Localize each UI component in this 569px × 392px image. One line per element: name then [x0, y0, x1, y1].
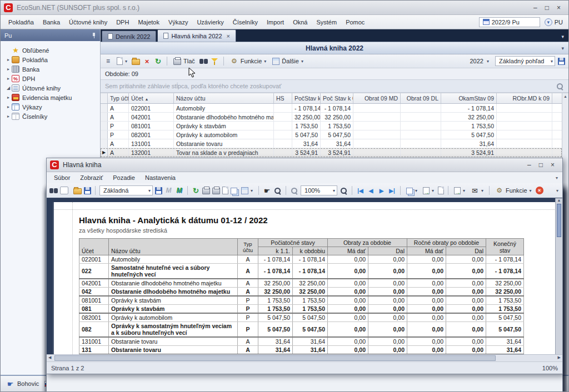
- report-quick-print-icon[interactable]: [212, 188, 220, 194]
- report-view-save-icon[interactable]: [155, 187, 162, 194]
- menu-item-v-kazy[interactable]: Výkazy: [164, 17, 192, 27]
- report-menu-pozadie[interactable]: Pozadie: [108, 173, 140, 182]
- column-header-hs[interactable]: HS: [274, 93, 292, 103]
- report-close-circle-icon[interactable]: ×: [536, 187, 543, 194]
- column-header-po-stav-k-09[interactable]: Poč Stav k 09: [321, 93, 353, 103]
- report-menu-nastavenia[interactable]: Nastavenia: [140, 173, 181, 182]
- sidebar-item-v-kazy[interactable]: ▸Výkazy: [1, 102, 100, 112]
- report-minimize-button[interactable]: –: [527, 161, 531, 169]
- column-header-et[interactable]: Účet ▲: [129, 93, 174, 103]
- sidebar-item-poklad-a[interactable]: ▸Pokladňa: [1, 55, 100, 64]
- menu-item-syst-m[interactable]: Systém: [312, 17, 341, 27]
- delete-icon[interactable]: ×: [143, 57, 151, 66]
- menu-item-pomoc[interactable]: Pomoc: [341, 17, 369, 27]
- next-page-icon[interactable]: ▶: [377, 187, 386, 195]
- group-by-panel[interactable]: Sem pritiahnite záhlavie stĺpca, podľa k…: [101, 79, 568, 93]
- first-page-icon[interactable]: |◀: [356, 187, 365, 195]
- watermark-off-icon[interactable]: M: [164, 187, 173, 195]
- menu-item-import[interactable]: Import: [262, 17, 288, 27]
- period-selector[interactable]: 2022/9 Pu: [479, 17, 540, 27]
- open-folder-icon[interactable]: [132, 59, 140, 65]
- column-header-n-zov-tu[interactable]: Názov účtu: [174, 93, 274, 103]
- sidebar-item-evidencia-majetku[interactable]: ▸Evidencia majetku: [1, 93, 100, 102]
- pin-icon[interactable]: [92, 33, 96, 38]
- report-open-icon[interactable]: [73, 188, 82, 194]
- menu-item-majetok[interactable]: Majetok: [133, 17, 164, 27]
- report-view-select[interactable]: Základná▾: [99, 185, 153, 195]
- column-header-robr-md-k-09[interactable]: RObr.MD k 09: [497, 93, 552, 103]
- multi-page-button[interactable]: ▾: [405, 186, 419, 195]
- menu-item-poklad-a[interactable]: Pokladňa: [4, 17, 38, 27]
- sidebar-item-dph[interactable]: ▸%DPH: [1, 74, 100, 83]
- export-button[interactable]: ▾: [421, 187, 436, 195]
- print-button[interactable]: Tlač: [172, 57, 197, 66]
- report-print-icon[interactable]: [202, 188, 210, 194]
- report-toolbar-overflow-icon[interactable]: ▾: [556, 188, 560, 193]
- new-record-button[interactable]: ▾: [115, 57, 129, 66]
- toolbar-menu-icon[interactable]: ≡: [104, 57, 112, 66]
- edit-page-icon[interactable]: [60, 187, 68, 194]
- user-menu[interactable]: ▾ PU: [545, 18, 563, 26]
- menu-item-seln-ky[interactable]: Číselníky: [228, 17, 262, 27]
- magnifier-icon[interactable]: [273, 187, 282, 195]
- export-file-button[interactable]: ▾: [452, 187, 467, 195]
- table-row[interactable]: P082001Oprávky k automobilom5 047,505 04…: [101, 130, 562, 139]
- grid-search-icon[interactable]: [556, 82, 564, 91]
- column-header-typ-tu[interactable]: Typ účtu: [108, 93, 129, 103]
- menu-item-okn[interactable]: Okná: [288, 17, 312, 27]
- save-view-icon[interactable]: [558, 58, 565, 65]
- report-menu-zobrazi[interactable]: Zobraziť: [75, 173, 108, 182]
- sidebar-item-seln-ky[interactable]: ▸Číselníky: [1, 112, 100, 121]
- scroll-right-icon[interactable]: ▶: [558, 355, 561, 360]
- hand-tool-icon[interactable]: ☛: [263, 187, 271, 195]
- report-menu-s-bor[interactable]: Súbor: [49, 173, 75, 182]
- previous-page-icon[interactable]: ◀: [367, 187, 375, 195]
- report-close-button[interactable]: ×: [551, 161, 555, 169]
- column-header-po-stav-k[interactable]: PočStav k..: [292, 93, 321, 103]
- tab-close-icon[interactable]: ×: [227, 33, 230, 39]
- sidebar-item-ob-ben[interactable]: ★Obľúbené: [1, 46, 100, 55]
- dalsie-button[interactable]: Ďalšie▾: [271, 57, 305, 66]
- funkcie-button[interactable]: ⚙ Funkcie▾: [228, 57, 268, 66]
- table-row[interactable]: A131001Obstaranie tovaru31,6431,6431,64: [101, 139, 562, 148]
- menu-item-dph[interactable]: DPH: [112, 17, 133, 27]
- report-menubar-overflow-icon[interactable]: ▾: [556, 175, 560, 180]
- refresh-icon[interactable]: ↻: [154, 57, 162, 66]
- table-row[interactable]: P081001Oprávky k stavbám1 753,501 753,50…: [101, 122, 562, 130]
- preview-horizontal-scrollbar[interactable]: ◀ ▶: [47, 354, 562, 361]
- tab-hlavn-kniha-2022[interactable]: Hlavná kniha 2022×: [157, 29, 236, 42]
- document-icon[interactable]: [438, 187, 444, 194]
- last-page-icon[interactable]: ▶|: [388, 187, 396, 195]
- zoom-in-icon[interactable]: [340, 187, 348, 195]
- sidebar-item-banka[interactable]: ▸Banka: [1, 64, 100, 74]
- menu-item-banka[interactable]: Banka: [38, 17, 64, 27]
- column-header-okamstav-09[interactable]: OkamStav 09: [441, 93, 497, 103]
- filter-icon[interactable]: [211, 57, 219, 66]
- column-header-obrat-09-md[interactable]: Obrat 09 MD: [353, 93, 401, 103]
- page-setup-icon[interactable]: [231, 188, 237, 194]
- close-button[interactable]: ×: [557, 4, 561, 12]
- minimize-button[interactable]: –: [533, 4, 537, 12]
- scale-button[interactable]: ▾: [239, 186, 254, 195]
- zoom-out-icon[interactable]: [290, 187, 298, 195]
- panel-dropdown-icon[interactable]: ▾: [561, 46, 564, 51]
- page-preview-icon[interactable]: [222, 187, 228, 194]
- watermark-on-icon[interactable]: M: [175, 187, 183, 195]
- year-select[interactable]: 2022▾: [467, 58, 493, 64]
- scroll-thumb[interactable]: [54, 355, 496, 361]
- preview-vertical-scrollbar[interactable]: ▲: [555, 198, 562, 354]
- table-row[interactable]: A042001Obstaranie dlhodobého hmotného ma…: [101, 113, 562, 122]
- tabstrip-dropdown-icon[interactable]: ▾: [561, 34, 568, 42]
- search-binoculars-icon[interactable]: [199, 57, 208, 66]
- send-email-button[interactable]: ✉▾: [469, 186, 485, 195]
- column-header-obrat-09-dl[interactable]: Obrat 09 DL: [401, 93, 441, 103]
- report-refresh-icon[interactable]: ↻: [192, 187, 200, 195]
- view-select[interactable]: Základný pohľad▾: [495, 56, 555, 66]
- report-save-icon[interactable]: [84, 187, 91, 194]
- maximize-button[interactable]: □: [545, 4, 549, 12]
- tab-denn-k-2022[interactable]: Denník 2022: [102, 31, 156, 42]
- report-funkcie-button[interactable]: ⚙ Funkcie▾: [493, 186, 533, 195]
- menu-item-tovn-knihy[interactable]: Účtovné knihy: [64, 17, 112, 27]
- scroll-left-icon[interactable]: ◀: [48, 355, 51, 360]
- table-row[interactable]: A022001Automobily- 1 078,14- 1 078,14- 1…: [101, 104, 562, 113]
